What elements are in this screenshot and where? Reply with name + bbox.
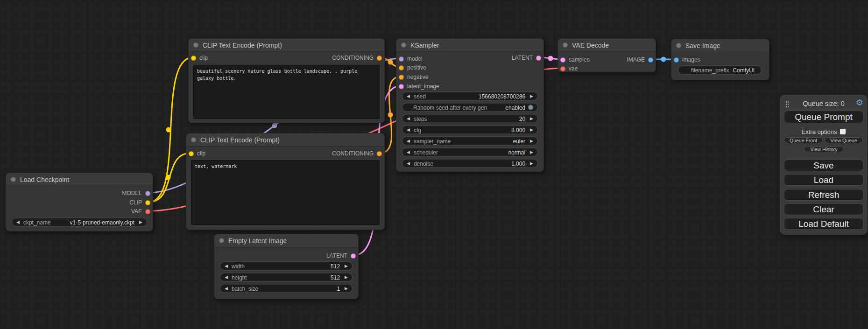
- vae-port-dot[interactable]: [145, 209, 150, 214]
- load-default-button[interactable]: Load Default: [784, 218, 863, 230]
- collapse-dot[interactable]: [219, 238, 224, 243]
- output-port-conditioning[interactable]: CONDITIONING: [332, 150, 382, 157]
- clip-port-dot[interactable]: [189, 151, 194, 156]
- view-queue-button[interactable]: View Queue: [825, 137, 863, 143]
- node-title-bar[interactable]: Load Checkpoint: [6, 173, 153, 186]
- node-title-bar[interactable]: KSampler: [396, 39, 543, 52]
- stepper-left-arrow-icon[interactable]: ◀: [407, 161, 410, 166]
- node-title-bar[interactable]: VAE Decode: [558, 39, 656, 52]
- node-clip-text-encode-negative[interactable]: CLIP Text Encode (Prompt) clip CONDITION…: [186, 133, 385, 230]
- clear-button[interactable]: Clear: [784, 203, 863, 215]
- stepper-left-arrow-icon[interactable]: ◀: [407, 117, 410, 121]
- input-port-clip[interactable]: clip: [189, 150, 205, 157]
- node-title-bar[interactable]: CLIP Text Encode (Prompt): [189, 39, 384, 52]
- latent-port-dot[interactable]: [351, 253, 356, 259]
- input-port-vae[interactable]: vae: [560, 65, 578, 72]
- scheduler-widget[interactable]: ◀ scheduler normal ▶: [402, 148, 538, 157]
- random-seed-toggle-widget[interactable]: Random seed after every gen enabled: [402, 103, 538, 112]
- stepper-right-arrow-icon[interactable]: ▶: [530, 139, 533, 143]
- stepper-right-arrow-icon[interactable]: ▶: [345, 264, 348, 268]
- model-port-dot[interactable]: [145, 191, 150, 196]
- input-port-clip[interactable]: clip: [191, 55, 208, 61]
- stepper-left-arrow-icon[interactable]: ◀: [407, 139, 410, 143]
- output-port-model[interactable]: MODEL: [122, 190, 150, 196]
- width-widget[interactable]: ◀ width 512 ▶: [220, 262, 353, 271]
- node-title-bar[interactable]: CLIP Text Encode (Prompt): [186, 133, 384, 147]
- collapse-dot[interactable]: [563, 42, 568, 48]
- model-port-dot[interactable]: [399, 56, 404, 62]
- latent-port-dot[interactable]: [536, 56, 541, 61]
- extra-options-checkbox[interactable]: [840, 129, 846, 134]
- stepper-right-arrow-icon[interactable]: ▶: [530, 161, 533, 166]
- image-port-dot[interactable]: [648, 57, 653, 63]
- stepper-right-arrow-icon[interactable]: ▶: [530, 128, 533, 132]
- steps-widget[interactable]: ◀ steps 20 ▶: [402, 114, 538, 123]
- sampler-name-widget[interactable]: ◀ sampler_name euler ▶: [402, 137, 538, 146]
- height-widget[interactable]: ◀ height 512 ▶: [220, 273, 353, 282]
- ckpt-name-widget[interactable]: ◀ ckpt_name v1-5-pruned-emaonly.ckpt ▶: [12, 218, 147, 227]
- output-port-conditioning[interactable]: CONDITIONING: [332, 55, 382, 61]
- conditioning-port-dot[interactable]: [399, 75, 404, 80]
- input-port-samples[interactable]: samples: [560, 56, 590, 63]
- input-port-latent-image[interactable]: latent_image: [399, 83, 439, 90]
- toggle-dot[interactable]: [528, 105, 533, 110]
- stepper-left-arrow-icon[interactable]: ◀: [225, 287, 228, 291]
- queue-front-button[interactable]: Queue Front: [784, 137, 823, 143]
- view-history-button[interactable]: View History: [804, 146, 844, 152]
- stepper-left-arrow-icon[interactable]: ◀: [407, 150, 410, 154]
- stepper-left-arrow-icon[interactable]: ◀: [16, 220, 20, 224]
- output-port-clip[interactable]: CLIP: [129, 199, 150, 206]
- clip-port-dot[interactable]: [145, 200, 150, 205]
- output-port-latent[interactable]: LATENT: [512, 55, 541, 61]
- collapse-dot[interactable]: [11, 177, 16, 182]
- clip-port-dot[interactable]: [191, 56, 196, 61]
- node-empty-latent-image[interactable]: Empty Latent Image LATENT ◀ width 512 ▶ …: [214, 234, 359, 299]
- conditioning-port-dot[interactable]: [399, 65, 404, 70]
- refresh-button[interactable]: Refresh: [784, 189, 863, 201]
- comfyui-canvas[interactable]: { "icons": { "left_arrow": "◀", "right_a…: [0, 0, 868, 329]
- node-save-image[interactable]: Save Image images filename_prefix ComfyU…: [671, 39, 769, 80]
- seed-widget[interactable]: ◀ seed 156680208700286 ▶: [402, 92, 538, 101]
- collapse-dot[interactable]: [676, 43, 681, 48]
- node-title-bar[interactable]: Empty Latent Image: [214, 234, 358, 247]
- save-button[interactable]: Save: [784, 160, 863, 171]
- input-port-model[interactable]: model: [399, 56, 423, 62]
- conditioning-port-dot[interactable]: [377, 56, 382, 61]
- denoise-widget[interactable]: ◀ denoise 1.000 ▶: [402, 159, 538, 168]
- collapse-dot[interactable]: [193, 42, 198, 48]
- input-port-negative[interactable]: negative: [399, 74, 428, 80]
- node-ksampler[interactable]: KSampler LATENT model positive negative …: [396, 38, 544, 172]
- output-port-vae[interactable]: VAE: [131, 208, 150, 215]
- stepper-left-arrow-icon[interactable]: ◀: [407, 94, 410, 98]
- stepper-left-arrow-icon[interactable]: ◀: [407, 128, 410, 132]
- load-button[interactable]: Load: [784, 174, 863, 186]
- stepper-right-arrow-icon[interactable]: ▶: [139, 220, 142, 224]
- queue-prompt-button[interactable]: Queue Prompt: [784, 111, 863, 123]
- node-vae-decode[interactable]: VAE Decode samples vae IMAGE: [557, 38, 656, 72]
- stepper-left-arrow-icon[interactable]: ◀: [225, 264, 228, 268]
- image-port-dot[interactable]: [674, 57, 679, 63]
- latent-port-dot[interactable]: [560, 57, 565, 63]
- prompt-textarea[interactable]: text, watermark: [191, 160, 380, 225]
- gear-icon[interactable]: ⚙: [856, 98, 863, 107]
- stepper-right-arrow-icon[interactable]: ▶: [530, 150, 533, 154]
- node-load-checkpoint[interactable]: Load Checkpoint MODEL CLIP VAE ◀ ckpt_na…: [6, 173, 153, 231]
- collapse-dot[interactable]: [191, 137, 196, 142]
- stepper-left-arrow-icon[interactable]: ◀: [225, 275, 228, 280]
- output-port-image[interactable]: IMAGE: [627, 56, 653, 63]
- node-title-bar[interactable]: Save Image: [671, 39, 769, 52]
- stepper-right-arrow-icon[interactable]: ▶: [345, 275, 348, 280]
- collapse-dot[interactable]: [401, 42, 406, 48]
- batch-size-widget[interactable]: ◀ batch_size 1 ▶: [220, 284, 353, 293]
- node-clip-text-encode-positive[interactable]: CLIP Text Encode (Prompt) clip CONDITION…: [188, 38, 385, 123]
- vae-port-dot[interactable]: [560, 66, 565, 71]
- conditioning-port-dot[interactable]: [377, 151, 382, 156]
- stepper-right-arrow-icon[interactable]: ▶: [530, 117, 533, 121]
- input-port-images[interactable]: images: [674, 56, 700, 63]
- output-port-latent[interactable]: LATENT: [326, 252, 356, 259]
- cfg-widget[interactable]: ◀ cfg 8.000 ▶: [402, 126, 538, 134]
- stepper-right-arrow-icon[interactable]: ▶: [530, 94, 533, 98]
- filename-prefix-widget[interactable]: filename_prefix ComfyUI: [678, 66, 762, 75]
- prompt-textarea[interactable]: beautiful scenery nature glass bottle la…: [193, 65, 380, 119]
- stepper-right-arrow-icon[interactable]: ▶: [345, 287, 348, 291]
